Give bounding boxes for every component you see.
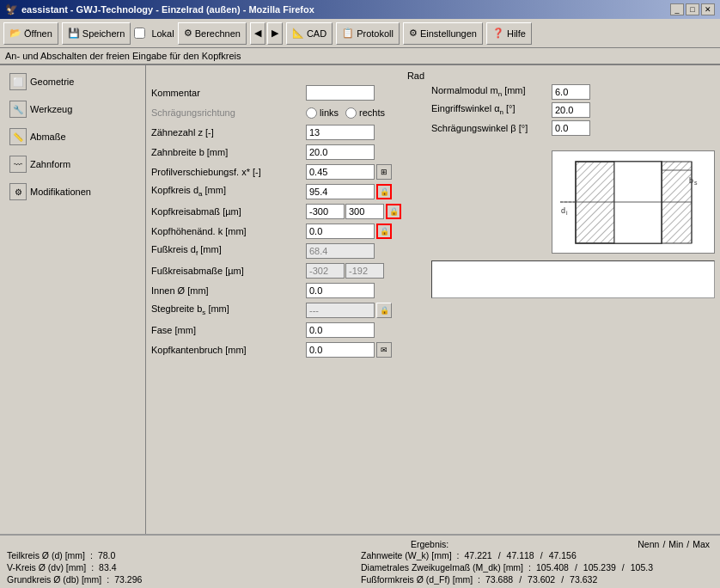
zahnbreite-input[interactable] xyxy=(306,144,375,160)
links-radio[interactable] xyxy=(306,107,317,119)
kopfkreis-row: Kopfkreis da [mm] 🔒 xyxy=(151,183,426,200)
window-controls[interactable]: _ □ ✕ xyxy=(670,3,715,15)
fase-input[interactable] xyxy=(306,322,375,338)
schraegungsrichtung-row: Schrägungsrichtung links rechts xyxy=(151,104,426,121)
profilverschiebung-calc-btn[interactable]: ⊞ xyxy=(376,164,392,180)
diametrales-max: 105.3 xyxy=(631,562,653,573)
zahnezahl-label: Zähnezahl z [-] xyxy=(151,127,306,138)
fusskreisabmasse-label: Fußkreisabmaße [µm] xyxy=(151,266,306,276)
zahnweite-nenn: 47.221 xyxy=(465,550,492,560)
local-checkbox[interactable] xyxy=(134,28,145,39)
sidebar-geometrie-label: Geometrie xyxy=(30,77,74,87)
fussform-max: 73.632 xyxy=(570,574,597,585)
profilverschiebung-label: Profilverschiebungsf. x* [-] xyxy=(151,167,306,177)
results-header: Ergebnis: Nenn / Min / Max xyxy=(146,539,713,549)
help-label: Hilfe xyxy=(507,28,526,39)
help-button[interactable]: ❓ Hilfe xyxy=(486,22,532,45)
fusskreisabmasse-input1 xyxy=(306,263,345,279)
cad-button[interactable]: 📐 CAD xyxy=(286,22,333,45)
kommentar-row: Kommentar xyxy=(151,84,426,101)
innen-input[interactable] xyxy=(306,283,375,298)
zahnweite-min: 47.118 xyxy=(507,550,534,560)
lock-icon2: 🔒 xyxy=(389,207,399,216)
fusskreis-row: Fußkreis df [mm] xyxy=(151,242,426,260)
kopfhoehenanderung-row: Kopfhöhenänd. k [mm] 🔒 xyxy=(151,223,426,240)
cad-icon: 📐 xyxy=(292,28,304,39)
kopfkantenbruch-calc-btn[interactable]: ✉ xyxy=(376,342,392,358)
sidebar: ⬜ Geometrie 🔧 Werkzeug 📏 Abmaße 〰 Zahnfo… xyxy=(0,65,146,585)
open-label: Öffnen xyxy=(24,28,52,39)
save-button[interactable]: 💾 Speichern xyxy=(62,22,131,45)
schraegungswinkel-row: Schrägungswinkel β [°] xyxy=(431,120,715,136)
sidebar-item-zahnform[interactable]: 〰 Zahnform xyxy=(3,151,142,177)
fussform-min: 73.602 xyxy=(528,574,555,585)
rechts-radio-label[interactable]: rechts xyxy=(345,107,385,119)
info-bar: An- und Abschalten der freien Eingabe fü… xyxy=(0,48,720,65)
rad-header: Rad xyxy=(289,70,543,81)
results-row2-right: Diametrales Zweikugelmaß (M_dk) [mm] : 1… xyxy=(361,562,713,573)
open-button[interactable]: 📂 Öffnen xyxy=(3,22,58,45)
kopfhoehenanderung-lock-btn[interactable]: 🔒 xyxy=(376,224,392,239)
slash1-header: / xyxy=(662,539,665,549)
svg-text:d: d xyxy=(561,206,565,215)
fase-label: Fase [mm] xyxy=(151,325,306,335)
links-radio-label[interactable]: links xyxy=(306,107,339,119)
zahnbreite-label: Zahnbreite b [mm] xyxy=(151,147,306,157)
zahnezahl-input[interactable] xyxy=(306,125,375,140)
zahnweite-slash2: / xyxy=(540,550,543,560)
sidebar-item-modifikationen[interactable]: ⚙ Modifikationen xyxy=(3,179,142,205)
innen-label: Innen Ø [mm] xyxy=(151,285,306,296)
kopfkantenbruch-input[interactable] xyxy=(306,342,375,358)
kommentar-input[interactable] xyxy=(306,85,375,101)
window-title: eassistant - GWJ-Technology - Einzelrad … xyxy=(21,4,314,15)
calc-label: Berechnen xyxy=(195,28,241,39)
stegbreite-input xyxy=(306,303,375,318)
stegbreite-row: Stegbreite bs [mm] 🔒 xyxy=(151,302,426,319)
kopfkreis-lock-btn[interactable]: 🔒 xyxy=(376,184,392,199)
fussform-colon: : xyxy=(478,574,480,585)
svg-rect-4 xyxy=(662,162,692,243)
sidebar-item-werkzeug[interactable]: 🔧 Werkzeug xyxy=(3,96,142,122)
gear-svg: d i b s xyxy=(558,153,709,252)
diametrales-nenn: 105.408 xyxy=(536,562,569,573)
kopfkreisabmass-lock-btn[interactable]: 🔒 xyxy=(386,204,401,219)
gear-diagram: d i b s xyxy=(552,150,715,254)
zahnezahl-row: Zähnezahl z [-] xyxy=(151,124,426,141)
schraegungswinkel-input[interactable] xyxy=(552,120,590,136)
close-button[interactable]: ✕ xyxy=(701,3,715,15)
left-form: Kommentar Schrägungsrichtung links recht… xyxy=(151,84,426,361)
help-icon: ❓ xyxy=(492,28,504,39)
results-row2-left: V-Kreis Ø (dv) [mm] : 83.4 xyxy=(146,562,359,573)
kopfkreis-input[interactable] xyxy=(306,184,375,199)
rechts-radio[interactable] xyxy=(345,107,357,119)
kopfkreisabmass-input1[interactable] xyxy=(306,204,345,219)
sidebar-item-geometrie[interactable]: ⬜ Geometrie xyxy=(3,69,142,95)
diametrales-label: Diametrales Zweikugelmaß (M_dk) [mm] xyxy=(361,562,523,573)
results-row3-left: Grundkreis Ø (db) [mm] : 73.296 xyxy=(146,574,359,585)
eingriffswinkel-input[interactable] xyxy=(552,102,590,118)
fussform-nenn: 73.688 xyxy=(485,574,513,585)
calc-button[interactable]: ⚙ Berechnen xyxy=(178,22,247,45)
content-area: Rad Kommentar Schrägungsrichtung xyxy=(146,65,720,585)
cad-label: CAD xyxy=(307,28,326,39)
normalmodul-input[interactable] xyxy=(552,84,590,100)
settings-button[interactable]: ⚙ Einstellungen xyxy=(403,22,483,45)
main-content: ⬜ Geometrie 🔧 Werkzeug 📏 Abmaße 〰 Zahnfo… xyxy=(0,65,720,585)
diametrales-slash2: / xyxy=(622,562,625,573)
kopfhoehenanderung-input[interactable] xyxy=(306,224,375,239)
protocol-button[interactable]: 📋 Protokoll xyxy=(336,22,400,45)
sidebar-modifikationen-label: Modifikationen xyxy=(30,187,91,197)
sidebar-item-abmasse[interactable]: 📏 Abmaße xyxy=(3,124,142,150)
maximize-button[interactable]: □ xyxy=(686,3,699,15)
calc-icon: ⚙ xyxy=(184,28,192,39)
nenn-header: Nenn xyxy=(638,539,659,549)
profilverschiebung-input[interactable] xyxy=(306,164,375,180)
minimize-button[interactable]: _ xyxy=(670,3,684,15)
rechts-label: rechts xyxy=(359,107,385,118)
redo-button[interactable]: ▶ xyxy=(267,22,283,45)
stegbreite-lock-btn[interactable]: 🔒 xyxy=(376,303,392,318)
settings-label: Einstellungen xyxy=(420,28,477,39)
kopfkreisabmass-input2[interactable] xyxy=(345,204,384,219)
undo-button[interactable]: ◀ xyxy=(250,22,265,45)
normalmodul-label: Normalmodul mn [mm] xyxy=(431,85,552,98)
